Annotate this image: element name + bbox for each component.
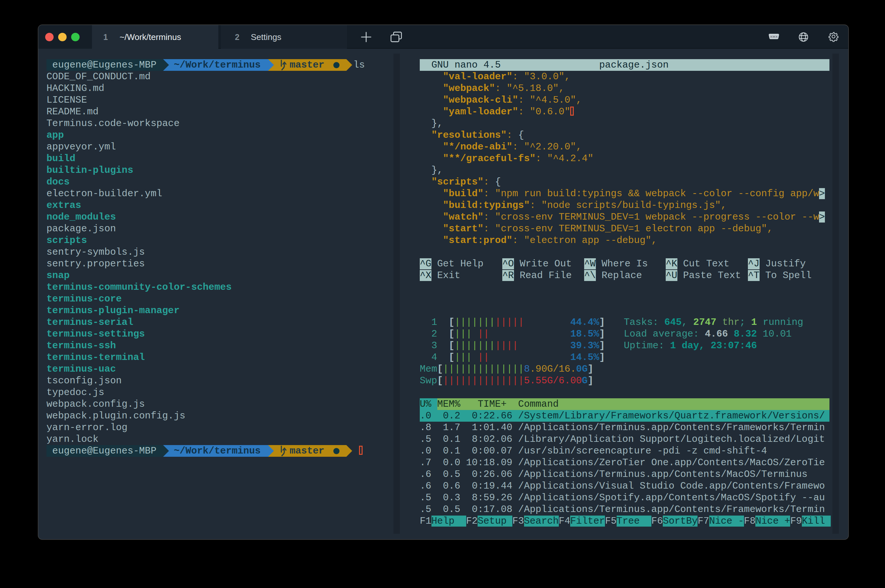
svg-text:IOIOI: IOIOI bbox=[770, 35, 777, 38]
